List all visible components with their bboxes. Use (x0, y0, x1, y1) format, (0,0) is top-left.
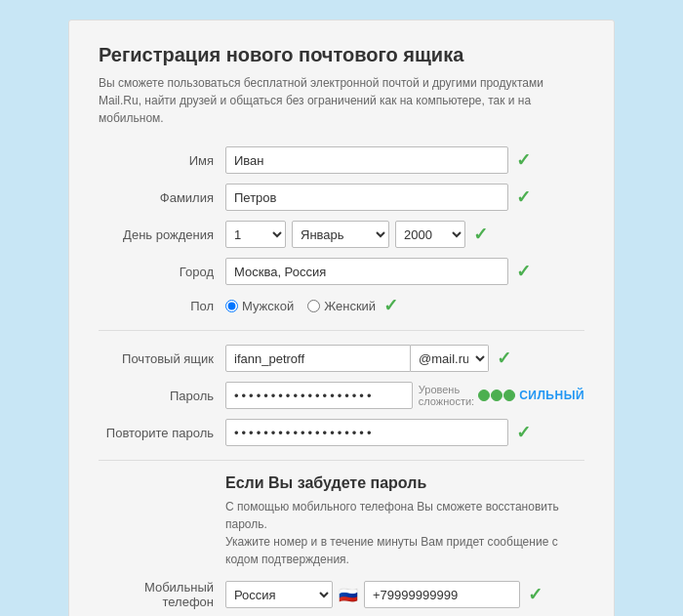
email-username-input[interactable] (225, 345, 411, 372)
city-row: Город ✓ (99, 258, 584, 285)
gender-female-text: Женский (324, 299, 376, 313)
phone-row: Мобильный телефон Россия Украина Беларус… (99, 580, 584, 609)
recovery-title: Если Вы забудете пароль (225, 474, 584, 492)
password-row: Пароль Уровень сложности: сильный (99, 382, 584, 409)
divider-1 (99, 330, 584, 331)
gender-check-icon: ✓ (383, 295, 398, 316)
name-label: Имя (99, 153, 225, 168)
divider-2 (99, 460, 584, 461)
phone-flag-icon: 🇷🇺 (339, 586, 358, 604)
phone-number-input[interactable] (364, 581, 520, 608)
surname-check-icon: ✓ (516, 186, 531, 208)
gender-male-label[interactable]: Мужской (225, 299, 294, 313)
recovery-desc: С помощью мобильного телефона Вы сможете… (225, 498, 584, 568)
phone-check-icon: ✓ (528, 584, 542, 605)
phone-inputs: Россия Украина Беларусь 🇷🇺 (225, 581, 520, 608)
bday-label: День рождения (99, 227, 225, 242)
bday-month-select[interactable]: Январь ФевральМартАпрель МайИюньИюль Авг… (292, 221, 389, 248)
bday-year-select[interactable]: 2000 199919981997 (395, 221, 465, 248)
strength-label-text: Уровень сложности: (419, 384, 474, 407)
email-row: Почтовый ящик @mail.ru @inbox.ru @list.r… (99, 345, 584, 372)
city-check-icon: ✓ (516, 261, 531, 282)
city-input[interactable] (225, 258, 508, 285)
phone-country-select[interactable]: Россия Украина Беларусь (225, 581, 333, 608)
city-label: Город (99, 265, 225, 279)
confirm-password-input[interactable] (225, 419, 508, 446)
gender-female-label[interactable]: Женский (307, 299, 376, 313)
password-input[interactable] (225, 382, 413, 409)
confirm-password-row: Повторите пароль ✓ (99, 419, 584, 446)
recovery-desc-line1: С помощью мобильного телефона Вы сможете… (225, 500, 559, 531)
bday-row: День рождения 1 2345 Январь ФевральМартА… (99, 221, 584, 248)
gender-label: Пол (99, 299, 225, 313)
name-input[interactable] (225, 146, 508, 174)
confirm-password-label: Повторите пароль (99, 426, 225, 440)
email-domain-select[interactable]: @mail.ru @inbox.ru @list.ru @bk.ru (411, 345, 489, 372)
page-description: Вы сможете пользоваться бесплатной элект… (99, 74, 584, 127)
bday-day-select[interactable]: 1 2345 (225, 221, 286, 248)
confirm-check-icon: ✓ (516, 422, 531, 443)
bday-inputs: 1 2345 Январь ФевральМартАпрель МайИюньИ… (225, 221, 465, 248)
page-title: Регистрация нового почтового ящика (99, 44, 584, 66)
strength-text: сильный (519, 389, 584, 402)
phone-label: Мобильный телефон (99, 580, 225, 609)
password-label: Пароль (99, 389, 225, 403)
gender-row: Пол Мужской Женский ✓ (99, 295, 584, 316)
strength-dots (478, 390, 515, 401)
email-inputs: @mail.ru @inbox.ru @list.ru @bk.ru (225, 345, 489, 372)
surname-label: Фамилия (99, 190, 225, 205)
gender-male-text: Мужской (242, 299, 294, 313)
name-check-icon: ✓ (516, 149, 531, 171)
strength-dot-2 (491, 390, 502, 401)
surname-input[interactable] (225, 184, 508, 211)
gender-female-radio[interactable] (307, 300, 320, 312)
email-label: Почтовый ящик (99, 351, 225, 366)
name-row: Имя ✓ (99, 146, 584, 174)
strength-dot-3 (503, 390, 515, 401)
gender-male-radio[interactable] (225, 300, 238, 312)
email-check-icon: ✓ (497, 348, 511, 369)
recovery-section: Если Вы забудете пароль С помощью мобиль… (99, 474, 584, 609)
gender-radio-group: Мужской Женский (225, 299, 376, 313)
password-strength-indicator: Уровень сложности: сильный (419, 384, 584, 407)
recovery-desc-line2: Укажите номер и в течение минуты Вам при… (225, 535, 558, 566)
strength-dot-1 (478, 390, 490, 401)
bday-check-icon: ✓ (473, 224, 488, 245)
registration-form: Регистрация нового почтового ящика Вы см… (68, 20, 615, 616)
surname-row: Фамилия ✓ (99, 184, 584, 211)
